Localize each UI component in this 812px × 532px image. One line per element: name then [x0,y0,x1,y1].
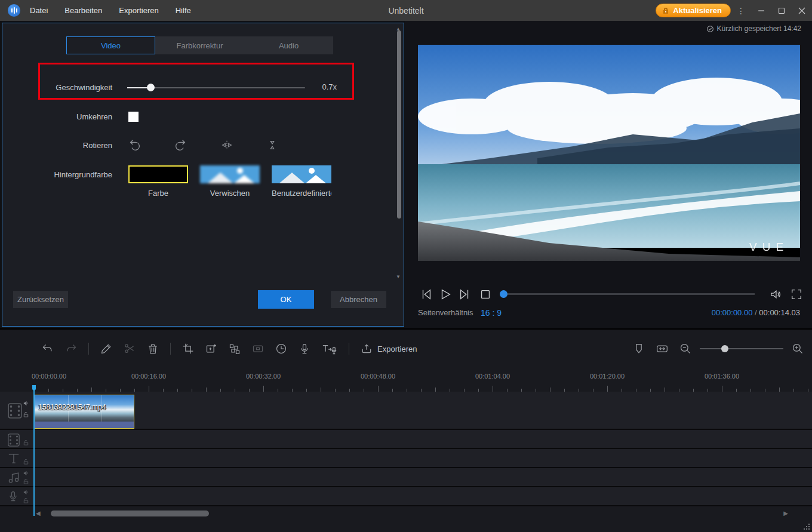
rotate-ccw-icon[interactable] [128,139,142,152]
freeze-frame-icon[interactable] [205,343,217,355]
ok-button[interactable]: OK [258,290,314,309]
fit-timeline-icon[interactable] [656,343,668,355]
film-icon [7,402,23,420]
delete-icon[interactable] [147,343,159,355]
track-lock-icon[interactable] [23,459,29,465]
watermark-icon[interactable] [252,343,264,355]
total-time: 00:00:14.03 [759,308,800,317]
menu-exportieren[interactable]: Exportieren [119,6,158,15]
more-menu-icon[interactable]: ⋮ [731,0,751,21]
music-track[interactable] [0,468,812,487]
speed-slider-handle[interactable] [147,84,155,91]
bg-option-custom[interactable]: Benutzerdefinierte [272,165,331,198]
zoom-out-icon[interactable] [679,343,691,355]
crop-icon[interactable] [182,343,194,355]
track-lock-icon[interactable] [23,411,29,418]
panel-scrollbar[interactable] [397,30,401,219]
video-track[interactable]: 1581392291547.mp4 [0,392,812,430]
reverse-checkbox[interactable] [128,112,139,122]
reset-button[interactable]: Zurücksetzen [13,291,68,308]
record-voiceover-icon[interactable] [299,343,310,355]
menu-hilfe[interactable]: Hilfe [176,6,191,15]
zoom-in-icon[interactable] [792,343,804,355]
previous-frame-icon[interactable] [420,288,433,301]
next-frame-icon[interactable] [458,288,471,301]
export-icon[interactable] [361,343,373,355]
tab-farbkorrektur[interactable]: Farbkorrektur [155,36,244,54]
preview-progress-handle[interactable] [500,290,508,298]
speed-slider[interactable] [127,87,305,88]
bg-option-blur[interactable]: Verwischen [200,165,260,198]
playhead[interactable] [33,386,35,516]
color-swatch[interactable] [128,165,188,183]
menu-datei[interactable]: Datei [30,6,48,15]
timeline-scrollbar-thumb[interactable] [51,511,209,516]
transport-controls [405,285,812,303]
stop-icon[interactable] [479,288,492,301]
minimize-button[interactable] [751,0,771,21]
video-preview: VUE [418,45,800,261]
aspect-ratio-label: Seitenverhältnis [418,308,473,317]
track-lock-icon[interactable] [23,497,29,504]
clip-edit-panel: Video Farbkorrektur Audio Geschwindigkei… [2,23,404,327]
track-mute-icon[interactable] [23,470,29,476]
text-track-header [0,449,34,467]
menu-bearbeiten[interactable]: Bearbeiten [64,6,102,15]
mosaic-icon[interactable] [229,343,241,355]
track-mute-icon[interactable] [23,400,29,407]
text-track[interactable] [0,449,812,468]
maximize-button[interactable] [771,0,792,21]
flip-horizontal-icon[interactable] [220,139,233,152]
custom-thumbnail[interactable] [272,165,331,183]
time-display: 00:00:00.00 / 00:00:14.03 [712,308,800,317]
voiceover-track-header [0,487,34,505]
timeline-scrollbar[interactable]: ◀ ▶ [0,509,812,518]
timeline-ruler[interactable]: 00:00:00.0000:00:16.0000:00:32.0000:00:4… [0,370,812,392]
edit-tabs: Video Farbkorrektur Audio [66,36,333,54]
redo-icon[interactable] [65,343,77,355]
vue-watermark: VUE [749,241,789,253]
track-mute-icon[interactable] [23,489,29,496]
blur-thumbnail[interactable] [200,165,260,183]
timeline-zoom-handle[interactable] [721,345,728,352]
title-bar: Datei Bearbeiten Exportieren Hilfe Unbet… [0,0,812,21]
scroll-left-icon[interactable]: ◀ [36,510,41,516]
reverse-label: Umkehren [13,112,112,121]
fullscreen-icon[interactable] [790,288,803,301]
text-to-speech-icon[interactable] [322,343,337,355]
timeline-zoom-slider[interactable] [700,348,783,349]
tab-video[interactable]: Video [66,36,155,54]
timeline-tracks: 1581392291547.mp4 [0,392,812,506]
aspect-ratio-value[interactable]: 16 : 9 [481,308,502,318]
undo-icon[interactable] [42,343,54,355]
volume-icon[interactable] [769,288,782,301]
overlay-track[interactable] [0,430,812,449]
flip-vertical-icon[interactable] [266,139,279,152]
ruler-label: 00:00:00.00 [32,373,66,380]
track-lock-icon[interactable] [23,478,29,485]
edit-icon[interactable] [100,343,112,355]
update-button[interactable]: Aktualisieren [656,4,731,17]
close-button[interactable] [792,0,812,21]
tab-audio[interactable]: Audio [244,36,333,54]
cut-icon[interactable] [124,343,136,355]
rotate-cw-icon[interactable] [174,139,187,152]
resize-grip-icon[interactable] [802,522,811,531]
cancel-button[interactable]: Abbrechen [331,291,386,308]
bg-option-color[interactable]: Farbe [128,165,188,198]
track-lock-icon[interactable] [23,439,29,446]
export-label[interactable]: Exportieren [377,345,417,353]
voiceover-track[interactable] [0,487,812,506]
timeline-section: Exportieren 00:00:00.0000:00:16.0000:00:… [0,328,812,532]
preview-progress-bar[interactable] [500,293,755,295]
scroll-right-icon[interactable]: ▶ [783,510,788,516]
marker-icon[interactable] [633,343,645,355]
menu-bar: Datei Bearbeiten Exportieren Hilfe [30,6,191,15]
duration-icon[interactable] [275,343,287,355]
scroll-down-icon[interactable]: ▼ [396,274,401,279]
timeline-clip[interactable]: 1581392291547.mp4 [34,395,134,429]
play-icon[interactable] [439,288,452,301]
ruler-label: 00:00:32.00 [246,373,281,380]
rotate-label: Rotieren [13,141,112,150]
background-color-label: Hintergrundfarbe [13,170,112,179]
